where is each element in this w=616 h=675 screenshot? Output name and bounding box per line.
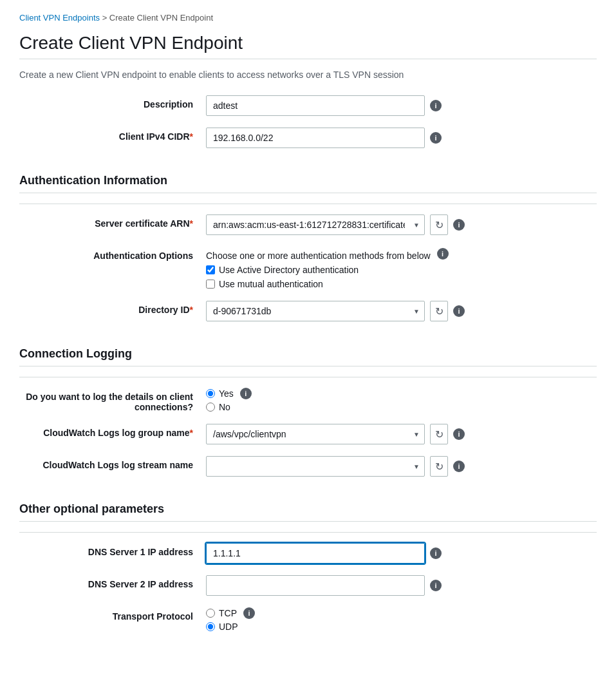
udp-label: UDP [219,622,238,632]
server-cert-label: Server certificate ARN* [26,214,206,229]
breadcrumb-separator: > [102,13,109,23]
description-content: i [206,95,590,116]
client-ipv4-label: Client IPv4 CIDR* [26,128,206,142]
cloudwatch-log-group-select[interactable]: /aws/vpc/clientvpn [206,424,425,444]
breadcrumb-link[interactable]: Client VPN Endpoints [19,13,100,23]
use-mutual-auth-checkbox-item[interactable]: Use mutual authentication [206,279,449,289]
server-cert-refresh-button[interactable]: ↻ [430,214,448,235]
auth-section: Authentication Information Server certif… [19,160,597,321]
cloudwatch-log-group-label: CloudWatch Logs log group name* [26,424,206,438]
cloudwatch-log-stream-select-wrapper: ▼ [206,456,425,477]
dns1-label: DNS Server 1 IP address [26,543,206,557]
directory-id-content: d-90671731db ▼ ↻ i [206,301,590,321]
dns2-label: DNS Server 2 IP address [26,575,206,589]
tcp-radio[interactable] [206,609,215,618]
dns2-info-icon[interactable]: i [430,580,442,591]
breadcrumb: Client VPN Endpoints > Create Client VPN… [19,13,597,23]
directory-id-refresh-button[interactable]: ↻ [430,301,448,321]
log-details-radio-group: Yes i No [206,388,252,412]
cloudwatch-log-group-select-wrapper: /aws/vpc/clientvpn ▼ [206,424,425,444]
transport-info-icon[interactable]: i [243,607,255,619]
auth-options-row: Authentication Options Choose one or mor… [19,247,597,289]
udp-radio[interactable] [206,622,215,631]
breadcrumb-current: Create Client VPN Endpoint [109,13,213,23]
checkbox-group: Use Active Directory authentication Use … [206,265,449,289]
description-label: Description [26,95,206,109]
server-cert-select[interactable]: arn:aws:acm:us-east-1:612712728831:certi… [206,214,425,235]
log-yes-radio-item[interactable]: Yes i [206,388,252,399]
log-details-block: Yes i No [206,388,252,412]
client-ipv4-row: Client IPv4 CIDR* i [19,128,597,148]
server-cert-info-icon[interactable]: i [453,219,465,231]
auth-options-info-icon[interactable]: i [437,248,449,260]
description-row: Description i [19,95,597,116]
auth-section-title-row: Authentication Information [19,160,597,204]
cloudwatch-log-group-info-icon[interactable]: i [453,428,465,440]
auth-section-title: Authentication Information [19,174,597,193]
directory-id-row: Directory ID* d-90671731db ▼ ↻ i [19,301,597,321]
log-yes-radio[interactable] [206,389,215,398]
transport-protocol-radio-group: TCP i UDP [206,607,255,632]
log-no-radio[interactable] [206,403,215,412]
directory-id-select[interactable]: d-90671731db [206,301,425,321]
auth-options-label: Authentication Options [26,247,206,261]
transport-protocol-block: TCP i UDP [206,607,255,632]
page-title: Create Client VPN Endpoint [19,33,597,53]
directory-id-label: Directory ID* [26,301,206,315]
auth-options-content: Choose one or more authentication method… [206,247,590,289]
optional-params-title-row: Other optional parameters [19,488,597,533]
transport-protocol-label: Transport Protocol [26,607,206,622]
description-input[interactable] [206,95,425,116]
cloudwatch-log-stream-label: CloudWatch Logs log stream name [26,456,206,470]
log-no-label: No [219,402,230,412]
dns2-content: i [206,575,590,596]
cloudwatch-log-group-row: CloudWatch Logs log group name* /aws/vpc… [19,424,597,444]
description-info-icon[interactable]: i [430,100,442,111]
cloudwatch-log-group-refresh-button[interactable]: ↻ [430,424,448,444]
tcp-label: TCP [219,608,237,618]
log-details-content: Yes i No [206,388,590,412]
udp-radio-item[interactable]: UDP [206,622,255,632]
connection-logging-section: Connection Logging Do you want to log th… [19,333,597,477]
cloudwatch-log-stream-select[interactable] [206,456,425,477]
directory-id-info-icon[interactable]: i [453,305,465,317]
log-details-label: Do you want to log the details on client… [26,388,206,412]
use-ad-auth-label: Use Active Directory authentication [219,265,359,275]
dns1-content: i [206,543,590,564]
page-description: Create a new Client VPN endpoint to enab… [19,70,597,80]
cloudwatch-log-stream-content: ▼ ↻ i [206,456,590,477]
use-mutual-auth-label: Use mutual authentication [219,279,323,289]
client-ipv4-input[interactable] [206,128,425,148]
transport-protocol-row: Transport Protocol TCP i UDP [19,607,597,632]
dns2-input[interactable] [206,575,425,596]
use-ad-auth-checkbox[interactable] [206,265,215,274]
log-yes-info-icon[interactable]: i [240,388,252,399]
optional-params-section: Other optional parameters DNS Server 1 I… [19,488,597,632]
dns1-row: DNS Server 1 IP address i [19,543,597,564]
cloudwatch-log-stream-refresh-button[interactable]: ↻ [430,456,448,477]
client-ipv4-content: i [206,128,590,148]
log-yes-label: Yes [219,388,234,399]
cloudwatch-log-group-content: /aws/vpc/clientvpn ▼ ↻ i [206,424,590,444]
server-cert-row: Server certificate ARN* arn:aws:acm:us-e… [19,214,597,235]
directory-id-select-wrapper: d-90671731db ▼ [206,301,425,321]
log-no-radio-item[interactable]: No [206,402,252,412]
log-details-row: Do you want to log the details on client… [19,388,597,412]
optional-params-title: Other optional parameters [19,502,597,522]
dns2-row: DNS Server 2 IP address i [19,575,597,596]
use-mutual-auth-checkbox[interactable] [206,280,215,289]
transport-protocol-content: TCP i UDP [206,607,590,632]
tcp-radio-item[interactable]: TCP i [206,607,255,619]
connection-logging-title: Connection Logging [19,347,597,366]
cloudwatch-log-stream-info-icon[interactable]: i [453,461,465,472]
auth-options-block: Choose one or more authentication method… [206,247,449,289]
page-divider [19,59,597,59]
auth-options-text: Choose one or more authentication method… [206,247,431,261]
dns1-input[interactable] [206,543,425,564]
client-ipv4-info-icon[interactable]: i [430,132,442,144]
connection-logging-title-row: Connection Logging [19,333,597,377]
server-cert-select-wrapper: arn:aws:acm:us-east-1:612712728831:certi… [206,214,425,235]
server-cert-content: arn:aws:acm:us-east-1:612712728831:certi… [206,214,590,235]
dns1-info-icon[interactable]: i [430,547,442,559]
use-ad-auth-checkbox-item[interactable]: Use Active Directory authentication [206,265,449,275]
